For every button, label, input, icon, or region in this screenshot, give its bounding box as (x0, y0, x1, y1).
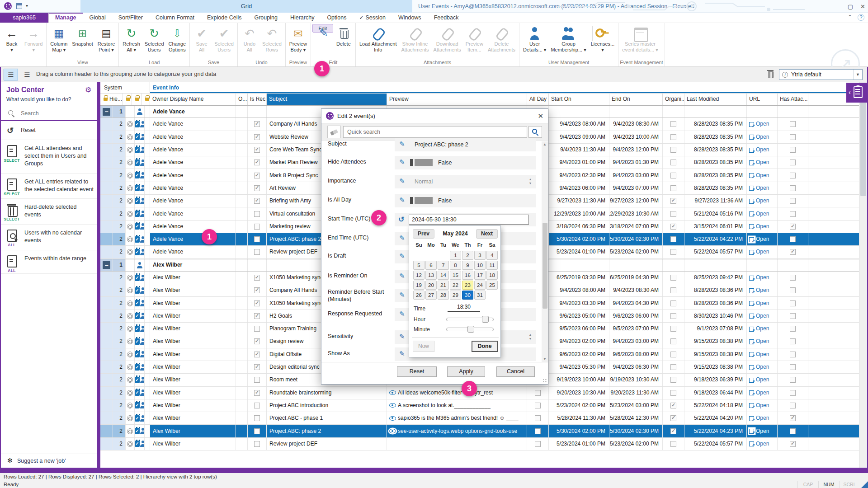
next-month-button[interactable]: Next (476, 229, 498, 239)
owner-cell[interactable]: Alex Wilber (150, 438, 236, 450)
ribbon-tab[interactable]: Manage (48, 13, 83, 23)
spinner-icon[interactable]: ▲▼ (528, 177, 533, 185)
recurring-checkbox[interactable] (254, 160, 260, 165)
hierarchy-view-button[interactable]: ☰ (4, 69, 18, 80)
owner-cell[interactable]: Alex Wilber (150, 348, 236, 361)
start-on-cell[interactable]: 9/4/2023 06:00 PM (549, 182, 609, 194)
owner-cell[interactable]: Alex Wilber (150, 412, 236, 424)
day-cell[interactable]: 16 (462, 271, 473, 280)
day-cell[interactable]: 31 (474, 291, 486, 300)
organizer-checkbox[interactable] (670, 147, 676, 153)
field-value-importance[interactable]: Normal (415, 175, 433, 188)
end-on-cell[interactable]: 5/30/2024 02:30 PM (609, 233, 663, 245)
day-cell[interactable]: 24 (474, 281, 486, 290)
has-attachments-cell[interactable] (778, 361, 808, 373)
minute-slider-thumb[interactable] (467, 326, 474, 333)
end-on-cell[interactable]: 9/4/2023 12:00 PM (609, 144, 663, 156)
recurring-checkbox[interactable] (254, 236, 260, 242)
band-event-info[interactable]: Event Info (150, 82, 859, 93)
organizer-cell[interactable] (663, 438, 684, 450)
attachments-checkbox[interactable] (790, 147, 796, 153)
has-attachments-cell[interactable] (778, 144, 808, 156)
expand-cell[interactable]: − (100, 169, 113, 181)
attachments-checkbox[interactable] (790, 121, 796, 127)
ribbon-button[interactable]: PreviewItem... (463, 24, 486, 54)
last-modified-cell[interactable]: 9/18/2023 06:39 PM (684, 374, 747, 386)
side-panel-toggle[interactable]: ‹ (846, 83, 867, 103)
start-on-cell[interactable]: 5/23/2024 01:00 PM (549, 246, 609, 258)
is-recurring-cell[interactable] (248, 207, 267, 220)
ribbon-button[interactable]: RefreshAll ▾ (120, 24, 142, 54)
dialog-close-icon[interactable]: ✕ (538, 109, 543, 123)
organizer-cell[interactable] (663, 207, 684, 220)
owner-cell[interactable]: Adele Vance (150, 144, 236, 156)
start-on-cell[interactable]: 9/27/2023 11:30 AM (549, 195, 609, 207)
end-on-cell[interactable]: 5/23/2024 02:00 PM (609, 438, 663, 450)
table-row[interactable]: − 2 Alex Wilber Project ABC: phase 2 see… (100, 425, 859, 437)
last-modified-cell[interactable]: 3/15/2024 06:01 PM (684, 221, 747, 233)
owner-cell[interactable]: Adele Vance (150, 131, 236, 143)
table-row[interactable]: − 2 Alex Wilber Review project DEF 5/23/… (100, 438, 859, 450)
search-input[interactable] (21, 108, 93, 118)
organizer-checkbox[interactable] (670, 364, 676, 370)
column-header-subject[interactable]: Subject (267, 94, 387, 105)
organizer-cell[interactable] (663, 246, 684, 258)
last-modified-cell[interactable]: 9/15/2023 08:38 PM (684, 335, 747, 347)
all-day-cell[interactable] (527, 425, 549, 437)
quick-access-dropdown-icon[interactable]: ▾ (26, 3, 28, 8)
is-recurring-cell[interactable] (248, 310, 267, 322)
owner-cell[interactable]: Alex Wilber (150, 361, 236, 373)
url-cell[interactable]: Open (747, 195, 778, 207)
organizer-checkbox[interactable] (670, 403, 676, 408)
has-attachments-cell[interactable] (778, 246, 808, 258)
day-cell[interactable]: 21 (438, 281, 449, 290)
pencil-icon[interactable]: ✎ (399, 291, 405, 299)
has-attachments-cell[interactable] (778, 374, 808, 386)
day-cell[interactable]: 18 (486, 271, 498, 280)
organizer-checkbox[interactable] (670, 236, 676, 242)
has-attachments-cell[interactable] (778, 207, 808, 220)
open-link[interactable]: Open (756, 169, 769, 182)
organizer-checkbox[interactable] (670, 287, 676, 293)
job-item[interactable]: ALL Users with no calendar events (1, 225, 97, 250)
owner-cell[interactable]: Alex Wilber (150, 374, 236, 386)
ribbon-button[interactable]: SaveAll (191, 24, 212, 54)
is-recurring-cell[interactable] (248, 221, 267, 233)
preview-cell[interactable]: All ideas welcome50k-filter ows.ytr_rest (387, 387, 527, 399)
column-header-is-recurring[interactable]: Is Rec... (248, 94, 267, 105)
organizer-checkbox[interactable] (670, 198, 676, 204)
ribbon-tab[interactable]: Explode Cells (201, 13, 248, 23)
url-cell[interactable]: Open (747, 207, 778, 220)
recurring-checkbox[interactable] (254, 441, 260, 447)
expand-cell[interactable]: − (100, 106, 113, 117)
organizer-cell[interactable] (663, 169, 684, 181)
day-cell[interactable]: 22 (450, 281, 461, 290)
start-on-cell[interactable]: 9/4/2023 08:00 AM (549, 118, 609, 130)
has-attachments-cell[interactable] (778, 106, 808, 117)
is-recurring-cell[interactable] (248, 399, 267, 412)
owner-cell[interactable]: Alex Wilber (150, 297, 236, 309)
end-on-cell[interactable]: 9/4/2023 07:00 PM (609, 182, 663, 194)
clear-search-button[interactable] (327, 126, 341, 138)
organizer-cell[interactable] (663, 284, 684, 296)
open-link[interactable]: Open (756, 438, 769, 450)
owner-cell[interactable]: Adele Vance (150, 195, 236, 207)
has-attachments-cell[interactable] (778, 335, 808, 347)
end-on-cell[interactable]: 9/4/2023 06:30 PM (609, 361, 663, 373)
ribbon-button[interactable]: SelectedUsers (212, 24, 236, 54)
url-cell[interactable]: Open (747, 246, 778, 258)
start-on-cell[interactable]: 5/30/2024 02:00 PM (549, 233, 609, 245)
ribbon-button[interactable]: Edit (312, 24, 333, 33)
is-recurring-cell[interactable] (248, 284, 267, 296)
end-on-cell[interactable]: 3/18/2024 07:00 PM (609, 221, 663, 233)
subject-cell[interactable]: Review project DEF (267, 438, 387, 450)
end-on-cell[interactable]: 6/25/2019 04:30 PM (609, 272, 663, 284)
last-modified-cell[interactable]: 8/30/2023 10:46 PM (684, 310, 747, 322)
quick-access-icon[interactable] (16, 3, 22, 9)
is-recurring-cell[interactable] (248, 323, 267, 335)
organizer-cell[interactable] (663, 156, 684, 169)
flat-view-button[interactable]: ☰ (20, 69, 34, 80)
has-attachments-cell[interactable] (778, 131, 808, 143)
organizer-cell[interactable] (663, 323, 684, 335)
is-recurring-cell[interactable] (248, 348, 267, 361)
